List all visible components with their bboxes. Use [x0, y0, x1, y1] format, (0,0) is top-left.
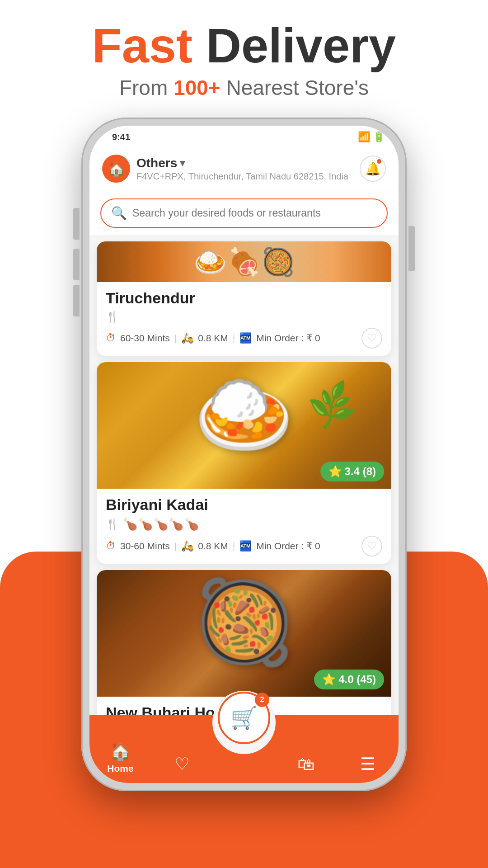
min-order-1: Min Order : ₹ 0	[256, 333, 320, 344]
phone-outer: 9:41 📶 🔋 🏠 Others ▾ F4VC+RPX, Thiruchend…	[81, 118, 407, 791]
nav-item-home[interactable]: 🏠 Home	[89, 741, 151, 774]
clock-icon-2: ⏱	[106, 540, 116, 552]
cutlery-icon-2: 🍴	[106, 518, 119, 531]
delivery-time-2: 30-60 Mints	[120, 541, 170, 552]
app-header-left: 🏠 Others ▾ F4VC+RPX, Thiruchendur, Tamil…	[102, 155, 348, 183]
buhari-rating-badge: ⭐ 4.0 (45)	[314, 670, 384, 689]
location-name[interactable]: Others ▾	[136, 156, 348, 170]
search-icon: 🔍	[111, 206, 127, 221]
tiruchendur-card-info: Tiruchendur 🍴 ⏱ 60-30 Mints | 🛵 0.8 KM |…	[97, 282, 391, 356]
status-time: 9:41	[103, 132, 130, 142]
cart-count-badge: 2	[255, 693, 269, 707]
bell-button[interactable]: 🔔	[360, 156, 386, 182]
bottom-nav: 🛒 2 🏠 Home ♡ 🛍	[89, 715, 399, 783]
order-icon-2: 🏧	[239, 540, 252, 552]
min-order-2: Min Order : ₹ 0	[256, 541, 320, 552]
shop-nav-icon: 🛍	[297, 755, 314, 774]
nav-items-row: 🏠 Home ♡ 🛍 ☰	[89, 720, 399, 783]
tiruchendur-image-strip: 🍛🍖🥘	[97, 241, 391, 282]
nav-item-shop[interactable]: 🛍	[275, 755, 337, 774]
bell-dot	[377, 159, 381, 164]
delivery-time-1: 60-30 Mints	[120, 333, 170, 344]
biriyani-rating-text: 3.4 (8)	[345, 465, 376, 478]
status-icons: 📶 🔋	[358, 131, 385, 143]
biriyani-card-info: Biriyani Kadai 🍴 🍗🍗🍗🍗🍗 ⏱ 30-60 Mints |	[97, 489, 391, 564]
distance-1: 0.8 KM	[198, 333, 228, 344]
star-icon-2: ⭐	[322, 673, 336, 686]
hero-section: Fast Delivery From 100+ Nearest Store's	[0, 0, 488, 100]
hero-title: Fast Delivery	[0, 20, 488, 71]
nav-item-menu[interactable]: ☰	[337, 754, 399, 774]
home-icon-circle[interactable]: 🏠	[102, 155, 130, 183]
biriyani-name: Biriyani Kadai	[106, 496, 382, 514]
hero-subtitle: From 100+ Nearest Store's	[0, 75, 488, 100]
sep-4: |	[233, 541, 235, 552]
star-icon-1: ⭐	[328, 465, 342, 478]
app-header: 🏠 Others ▾ F4VC+RPX, Thiruchendur, Tamil…	[89, 148, 399, 190]
status-bar: 9:41 📶 🔋	[89, 126, 399, 148]
clock-icon-1: ⏱	[106, 332, 116, 344]
restaurant-card-biriyani[interactable]: ⭐ 3.4 (8) Biriyani Kadai 🍴 🍗🍗🍗🍗🍗	[97, 362, 391, 564]
chevron-down-icon: ▾	[180, 157, 185, 169]
tiruchendur-meta-row: ⏱ 60-30 Mints | 🛵 0.8 KM | 🏧 Min Order :…	[106, 328, 382, 349]
sep-1: |	[174, 333, 177, 344]
heart-nav-icon: ♡	[174, 754, 190, 774]
cutlery-icon: 🍴	[106, 311, 119, 323]
tiruchendur-name: Tiruchendur	[106, 289, 382, 307]
biriyani-cuisine-row: 🍴 🍗🍗🍗🍗🍗	[106, 517, 382, 531]
bike-icon-2: 🛵	[181, 540, 193, 552]
buhari-image-wrapper: ⭐ 4.0 (45)	[97, 570, 391, 697]
buhari-rating-text: 4.0 (45)	[338, 673, 376, 686]
search-bar[interactable]: 🔍	[100, 198, 388, 228]
menu-nav-icon: ☰	[360, 754, 375, 774]
restaurant-card-tiruchendur[interactable]: 🍛🍖🥘 Tiruchendur 🍴 ⏱ 60-30 Mints | 🛵	[97, 241, 391, 356]
favorite-btn-2[interactable]: ♡	[361, 536, 382, 557]
favorite-btn-1[interactable]: ♡	[361, 328, 382, 349]
home-nav-icon: 🏠	[110, 741, 131, 761]
search-input[interactable]	[132, 207, 377, 219]
sep-3: |	[174, 541, 177, 552]
subtitle-highlight: 100+	[174, 76, 221, 99]
biriyani-rating-badge: ⭐ 3.4 (8)	[320, 462, 384, 481]
tiruchendur-cuisine-row: 🍴	[106, 311, 382, 323]
home-icon: 🏠	[108, 161, 125, 177]
order-icon-1: 🏧	[239, 332, 252, 344]
distance-2: 0.8 KM	[198, 541, 228, 552]
nav-item-favorites[interactable]: ♡	[151, 754, 213, 774]
search-container: 🔍	[89, 190, 399, 235]
phone-wrapper: 9:41 📶 🔋 🏠 Others ▾ F4VC+RPX, Thiruchend…	[81, 118, 407, 823]
home-nav-label: Home	[107, 763, 133, 774]
subtitle-prefix: From	[119, 76, 174, 99]
sep-2: |	[233, 333, 235, 344]
biriyani-image-wrapper: ⭐ 3.4 (8)	[97, 362, 391, 489]
delivery-text: Delivery	[192, 18, 396, 73]
location-info: Others ▾ F4VC+RPX, Thiruchendur, Tamil N…	[136, 156, 348, 182]
biriyani-emoji-row: 🍗🍗🍗🍗🍗	[123, 517, 199, 531]
fast-text: Fast	[92, 18, 192, 73]
biriyani-meta-row: ⏱ 30-60 Mints | 🛵 0.8 KM | 🏧 Min Order :…	[106, 536, 382, 557]
phone-inner: 9:41 📶 🔋 🏠 Others ▾ F4VC+RPX, Thiruchend…	[89, 126, 399, 783]
location-address: F4VC+RPX, Thiruchendur, Tamil Nadu 62821…	[136, 171, 348, 182]
subtitle-suffix: Nearest Store's	[221, 76, 369, 99]
bike-icon-1: 🛵	[181, 332, 193, 344]
